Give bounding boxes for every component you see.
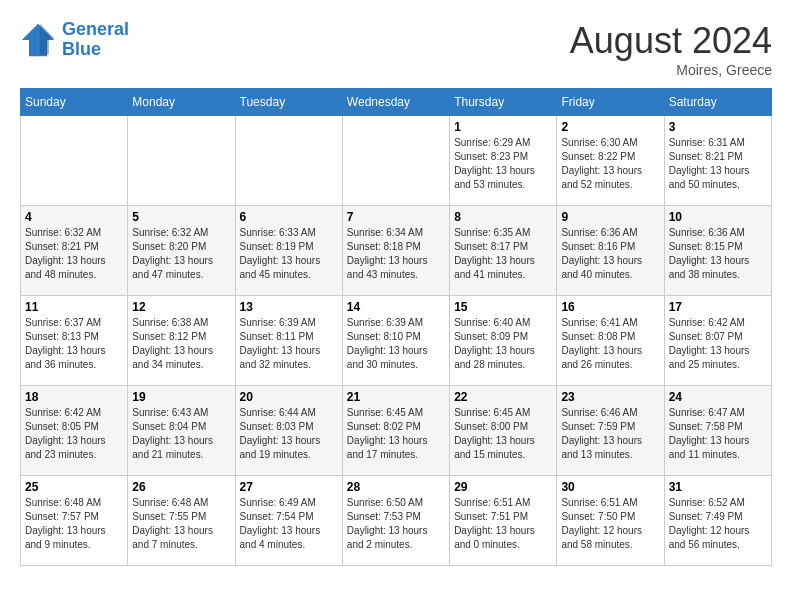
day-number: 19 <box>132 390 230 404</box>
day-info: Sunrise: 6:37 AM Sunset: 8:13 PM Dayligh… <box>25 316 123 372</box>
day-number: 7 <box>347 210 445 224</box>
day-info: Sunrise: 6:48 AM Sunset: 7:55 PM Dayligh… <box>132 496 230 552</box>
page-header: General Blue August 2024 Moires, Greece <box>20 20 772 78</box>
day-number: 8 <box>454 210 552 224</box>
day-info: Sunrise: 6:39 AM Sunset: 8:11 PM Dayligh… <box>240 316 338 372</box>
calendar-cell: 13Sunrise: 6:39 AM Sunset: 8:11 PM Dayli… <box>235 296 342 386</box>
calendar-cell: 1Sunrise: 6:29 AM Sunset: 8:23 PM Daylig… <box>450 116 557 206</box>
calendar-cell: 17Sunrise: 6:42 AM Sunset: 8:07 PM Dayli… <box>664 296 771 386</box>
day-info: Sunrise: 6:40 AM Sunset: 8:09 PM Dayligh… <box>454 316 552 372</box>
day-number: 3 <box>669 120 767 134</box>
weekday-header-saturday: Saturday <box>664 89 771 116</box>
day-number: 26 <box>132 480 230 494</box>
calendar-cell: 22Sunrise: 6:45 AM Sunset: 8:00 PM Dayli… <box>450 386 557 476</box>
day-number: 22 <box>454 390 552 404</box>
day-number: 11 <box>25 300 123 314</box>
day-number: 25 <box>25 480 123 494</box>
day-number: 18 <box>25 390 123 404</box>
calendar-cell: 24Sunrise: 6:47 AM Sunset: 7:58 PM Dayli… <box>664 386 771 476</box>
day-info: Sunrise: 6:45 AM Sunset: 8:00 PM Dayligh… <box>454 406 552 462</box>
day-number: 27 <box>240 480 338 494</box>
day-info: Sunrise: 6:32 AM Sunset: 8:21 PM Dayligh… <box>25 226 123 282</box>
day-info: Sunrise: 6:52 AM Sunset: 7:49 PM Dayligh… <box>669 496 767 552</box>
day-number: 5 <box>132 210 230 224</box>
day-info: Sunrise: 6:48 AM Sunset: 7:57 PM Dayligh… <box>25 496 123 552</box>
calendar-cell: 27Sunrise: 6:49 AM Sunset: 7:54 PM Dayli… <box>235 476 342 566</box>
calendar-cell: 16Sunrise: 6:41 AM Sunset: 8:08 PM Dayli… <box>557 296 664 386</box>
calendar-cell: 19Sunrise: 6:43 AM Sunset: 8:04 PM Dayli… <box>128 386 235 476</box>
day-info: Sunrise: 6:39 AM Sunset: 8:10 PM Dayligh… <box>347 316 445 372</box>
calendar-cell: 9Sunrise: 6:36 AM Sunset: 8:16 PM Daylig… <box>557 206 664 296</box>
day-info: Sunrise: 6:30 AM Sunset: 8:22 PM Dayligh… <box>561 136 659 192</box>
day-number: 2 <box>561 120 659 134</box>
day-number: 16 <box>561 300 659 314</box>
day-info: Sunrise: 6:36 AM Sunset: 8:15 PM Dayligh… <box>669 226 767 282</box>
weekday-header-thursday: Thursday <box>450 89 557 116</box>
calendar-cell: 23Sunrise: 6:46 AM Sunset: 7:59 PM Dayli… <box>557 386 664 476</box>
weekday-header-sunday: Sunday <box>21 89 128 116</box>
day-number: 30 <box>561 480 659 494</box>
day-info: Sunrise: 6:42 AM Sunset: 8:07 PM Dayligh… <box>669 316 767 372</box>
week-row-3: 18Sunrise: 6:42 AM Sunset: 8:05 PM Dayli… <box>21 386 772 476</box>
calendar-cell: 5Sunrise: 6:32 AM Sunset: 8:20 PM Daylig… <box>128 206 235 296</box>
day-number: 28 <box>347 480 445 494</box>
calendar-cell: 30Sunrise: 6:51 AM Sunset: 7:50 PM Dayli… <box>557 476 664 566</box>
calendar-cell: 14Sunrise: 6:39 AM Sunset: 8:10 PM Dayli… <box>342 296 449 386</box>
calendar-table: SundayMondayTuesdayWednesdayThursdayFrid… <box>20 88 772 566</box>
day-info: Sunrise: 6:43 AM Sunset: 8:04 PM Dayligh… <box>132 406 230 462</box>
day-number: 31 <box>669 480 767 494</box>
day-info: Sunrise: 6:47 AM Sunset: 7:58 PM Dayligh… <box>669 406 767 462</box>
day-number: 10 <box>669 210 767 224</box>
day-info: Sunrise: 6:46 AM Sunset: 7:59 PM Dayligh… <box>561 406 659 462</box>
calendar-cell: 6Sunrise: 6:33 AM Sunset: 8:19 PM Daylig… <box>235 206 342 296</box>
week-row-1: 4Sunrise: 6:32 AM Sunset: 8:21 PM Daylig… <box>21 206 772 296</box>
calendar-cell <box>21 116 128 206</box>
weekday-header-wednesday: Wednesday <box>342 89 449 116</box>
day-info: Sunrise: 6:49 AM Sunset: 7:54 PM Dayligh… <box>240 496 338 552</box>
header-row: SundayMondayTuesdayWednesdayThursdayFrid… <box>21 89 772 116</box>
calendar-cell: 2Sunrise: 6:30 AM Sunset: 8:22 PM Daylig… <box>557 116 664 206</box>
day-info: Sunrise: 6:51 AM Sunset: 7:51 PM Dayligh… <box>454 496 552 552</box>
day-info: Sunrise: 6:44 AM Sunset: 8:03 PM Dayligh… <box>240 406 338 462</box>
calendar-cell: 11Sunrise: 6:37 AM Sunset: 8:13 PM Dayli… <box>21 296 128 386</box>
calendar-cell: 29Sunrise: 6:51 AM Sunset: 7:51 PM Dayli… <box>450 476 557 566</box>
logo: General Blue <box>20 20 129 60</box>
calendar-cell: 7Sunrise: 6:34 AM Sunset: 8:18 PM Daylig… <box>342 206 449 296</box>
day-info: Sunrise: 6:45 AM Sunset: 8:02 PM Dayligh… <box>347 406 445 462</box>
day-number: 14 <box>347 300 445 314</box>
day-info: Sunrise: 6:29 AM Sunset: 8:23 PM Dayligh… <box>454 136 552 192</box>
calendar-cell: 21Sunrise: 6:45 AM Sunset: 8:02 PM Dayli… <box>342 386 449 476</box>
day-number: 13 <box>240 300 338 314</box>
calendar-cell: 8Sunrise: 6:35 AM Sunset: 8:17 PM Daylig… <box>450 206 557 296</box>
day-info: Sunrise: 6:33 AM Sunset: 8:19 PM Dayligh… <box>240 226 338 282</box>
weekday-header-monday: Monday <box>128 89 235 116</box>
calendar-cell: 20Sunrise: 6:44 AM Sunset: 8:03 PM Dayli… <box>235 386 342 476</box>
day-number: 15 <box>454 300 552 314</box>
week-row-0: 1Sunrise: 6:29 AM Sunset: 8:23 PM Daylig… <box>21 116 772 206</box>
day-number: 1 <box>454 120 552 134</box>
calendar-cell: 3Sunrise: 6:31 AM Sunset: 8:21 PM Daylig… <box>664 116 771 206</box>
day-info: Sunrise: 6:51 AM Sunset: 7:50 PM Dayligh… <box>561 496 659 552</box>
day-number: 6 <box>240 210 338 224</box>
day-number: 20 <box>240 390 338 404</box>
calendar-cell: 31Sunrise: 6:52 AM Sunset: 7:49 PM Dayli… <box>664 476 771 566</box>
day-number: 12 <box>132 300 230 314</box>
day-info: Sunrise: 6:41 AM Sunset: 8:08 PM Dayligh… <box>561 316 659 372</box>
logo-text: General Blue <box>62 20 129 60</box>
day-info: Sunrise: 6:36 AM Sunset: 8:16 PM Dayligh… <box>561 226 659 282</box>
day-info: Sunrise: 6:50 AM Sunset: 7:53 PM Dayligh… <box>347 496 445 552</box>
calendar-cell <box>235 116 342 206</box>
calendar-cell: 10Sunrise: 6:36 AM Sunset: 8:15 PM Dayli… <box>664 206 771 296</box>
calendar-cell: 15Sunrise: 6:40 AM Sunset: 8:09 PM Dayli… <box>450 296 557 386</box>
day-info: Sunrise: 6:42 AM Sunset: 8:05 PM Dayligh… <box>25 406 123 462</box>
month-year: August 2024 <box>570 20 772 62</box>
calendar-cell: 18Sunrise: 6:42 AM Sunset: 8:05 PM Dayli… <box>21 386 128 476</box>
day-number: 17 <box>669 300 767 314</box>
logo-icon <box>20 22 56 58</box>
calendar-cell: 4Sunrise: 6:32 AM Sunset: 8:21 PM Daylig… <box>21 206 128 296</box>
weekday-header-friday: Friday <box>557 89 664 116</box>
day-number: 29 <box>454 480 552 494</box>
day-number: 24 <box>669 390 767 404</box>
calendar-cell: 28Sunrise: 6:50 AM Sunset: 7:53 PM Dayli… <box>342 476 449 566</box>
day-info: Sunrise: 6:34 AM Sunset: 8:18 PM Dayligh… <box>347 226 445 282</box>
